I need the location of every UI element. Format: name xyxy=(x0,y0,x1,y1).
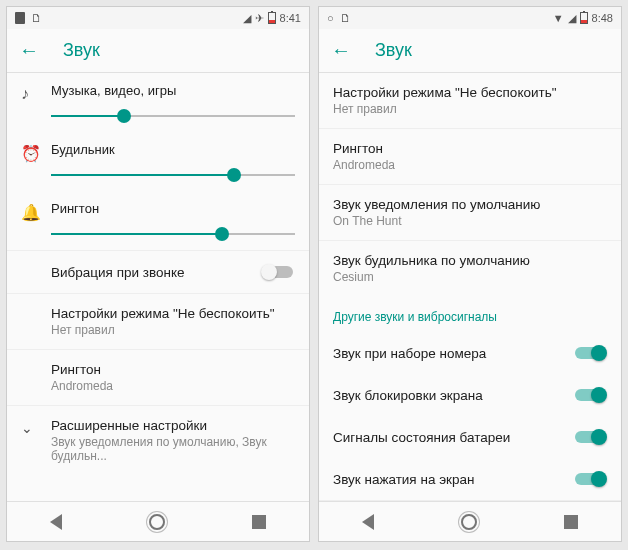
dnd-settings-row[interactable]: Настройки режима "Не беспокоить" Нет пра… xyxy=(319,73,621,128)
row-subtitle: Cesium xyxy=(333,270,607,284)
settings-list[interactable]: ♪ Музыка, видео, игры ⏰ Будильник 🔔 Ринг… xyxy=(7,73,309,501)
ringtone-row[interactable]: Рингтон Andromeda xyxy=(319,128,621,184)
nav-recents-button[interactable] xyxy=(564,515,578,529)
phone-right: ○ 🗋 ▼ ◢ 8:48 ← Звук Настройки режима "Не… xyxy=(318,6,622,542)
wifi-icon: ▼ xyxy=(553,12,564,24)
alarm-volume-slider[interactable] xyxy=(51,163,295,187)
slider-media: ♪ Музыка, видео, игры xyxy=(7,73,309,132)
page-title: Звук xyxy=(63,40,100,61)
ring-volume-slider[interactable] xyxy=(51,222,295,246)
touch-sound-row[interactable]: Звук нажатия на экран xyxy=(319,458,621,500)
nav-back-button[interactable] xyxy=(50,514,62,530)
signal-icon: ◢ xyxy=(568,12,576,25)
row-title: Звук будильника по умолчанию xyxy=(333,253,607,268)
dnd-settings-row[interactable]: Настройки режима "Не беспокоить" Нет пра… xyxy=(7,293,309,349)
notification-sound-row[interactable]: Звук уведомления по умолчанию On The Hun… xyxy=(319,184,621,240)
page-title: Звук xyxy=(375,40,412,61)
nav-bar xyxy=(319,501,621,541)
row-title: Рингтон xyxy=(51,362,295,377)
slider-label: Рингтон xyxy=(51,201,295,216)
vibrate-switch[interactable] xyxy=(261,263,295,281)
battery-icon xyxy=(580,12,588,24)
row-title: Настройки режима "Не беспокоить" xyxy=(333,85,607,100)
toggle-label: Сигналы состояния батареи xyxy=(333,430,573,445)
row-subtitle: On The Hunt xyxy=(333,214,607,228)
media-volume-slider[interactable] xyxy=(51,104,295,128)
nav-home-button[interactable] xyxy=(149,514,165,530)
alarm-clock-icon: ⏰ xyxy=(21,142,51,163)
alarm-sound-row[interactable]: Звук будильника по умолчанию Cesium xyxy=(319,240,621,296)
settings-list[interactable]: Настройки режима "Не беспокоить" Нет пра… xyxy=(319,73,621,501)
row-subtitle: Andromeda xyxy=(333,158,607,172)
chevron-down-icon: ⌄ xyxy=(21,418,51,436)
battery-icon-small: 🗋 xyxy=(31,12,42,24)
row-subtitle: Нет правил xyxy=(51,323,295,337)
phone-left: 🗋 ◢ ✈ 8:41 ← Звук ♪ Музыка, видео, игры … xyxy=(6,6,310,542)
nav-back-button[interactable] xyxy=(362,514,374,530)
row-title: Настройки режима "Не беспокоить" xyxy=(51,306,295,321)
vibrate-on-ring-row[interactable]: Вибрация при звонке xyxy=(7,250,309,293)
notification-icon: ○ xyxy=(327,12,334,24)
slider-label: Будильник xyxy=(51,142,295,157)
row-subtitle: Andromeda xyxy=(51,379,295,393)
card-icon: 🗋 xyxy=(340,12,351,24)
dial-sound-row[interactable]: Звук при наборе номера xyxy=(319,332,621,374)
back-arrow-icon[interactable]: ← xyxy=(331,39,351,62)
slider-ring: 🔔 Рингтон xyxy=(7,191,309,250)
dial-sound-switch[interactable] xyxy=(573,344,607,362)
toggle-label: Звук блокировки экрана xyxy=(333,388,573,403)
no-signal-icon: ◢ xyxy=(243,12,251,25)
row-subtitle: Нет правил xyxy=(333,102,607,116)
touch-sound-switch[interactable] xyxy=(573,470,607,488)
header: ← Звук xyxy=(319,29,621,73)
advanced-settings-row[interactable]: ⌄ Расширенные настройки Звук уведомления… xyxy=(7,405,309,475)
lock-sound-row[interactable]: Звук блокировки экрана xyxy=(319,374,621,416)
bell-icon: 🔔 xyxy=(21,201,51,222)
header: ← Звук xyxy=(7,29,309,73)
battery-sound-row[interactable]: Сигналы состояния батареи xyxy=(319,416,621,458)
ringtone-row[interactable]: Рингтон Andromeda xyxy=(7,349,309,405)
status-bar: ○ 🗋 ▼ ◢ 8:48 xyxy=(319,7,621,29)
toggle-label: Звук нажатия на экран xyxy=(333,472,573,487)
row-title: Звук уведомления по умолчанию xyxy=(333,197,607,212)
nav-home-button[interactable] xyxy=(461,514,477,530)
toggle-label: Вибрация при звонке xyxy=(51,265,261,280)
slider-alarm: ⏰ Будильник xyxy=(7,132,309,191)
sim-icon xyxy=(15,12,25,24)
row-subtitle: Звук уведомления по умолчанию, Звук буди… xyxy=(51,435,295,463)
back-arrow-icon[interactable]: ← xyxy=(19,39,39,62)
music-note-icon: ♪ xyxy=(21,83,51,103)
lock-sound-switch[interactable] xyxy=(573,386,607,404)
toggle-label: Звук при наборе номера xyxy=(333,346,573,361)
slider-label: Музыка, видео, игры xyxy=(51,83,295,98)
status-bar: 🗋 ◢ ✈ 8:41 xyxy=(7,7,309,29)
section-header: Другие звуки и вибросигналы xyxy=(319,296,621,332)
nav-recents-button[interactable] xyxy=(252,515,266,529)
row-title: Рингтон xyxy=(333,141,607,156)
row-title: Расширенные настройки xyxy=(51,418,295,433)
status-time: 8:48 xyxy=(592,12,613,24)
battery-icon xyxy=(268,12,276,24)
status-time: 8:41 xyxy=(280,12,301,24)
battery-sound-switch[interactable] xyxy=(573,428,607,446)
nav-bar xyxy=(7,501,309,541)
airplane-icon: ✈ xyxy=(255,12,264,25)
